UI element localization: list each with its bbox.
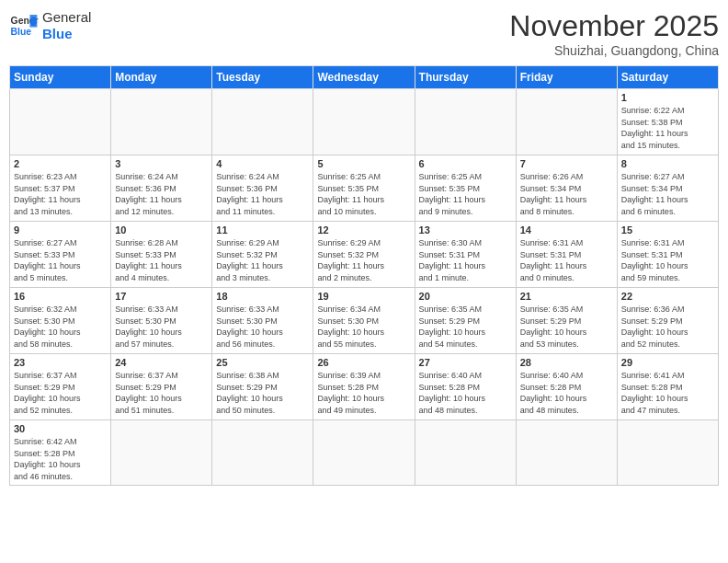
calendar-cell xyxy=(313,420,415,486)
day-number: 30 xyxy=(14,423,107,434)
calendar-header-row: Sunday Monday Tuesday Wednesday Thursday… xyxy=(10,66,719,89)
day-number: 26 xyxy=(317,357,410,368)
day-info: Sunrise: 6:22 AMSunset: 5:38 PMDaylight:… xyxy=(621,105,714,151)
logo-general: General xyxy=(42,9,91,26)
col-wednesday: Wednesday xyxy=(313,66,415,89)
day-info: Sunrise: 6:31 AMSunset: 5:31 PMDaylight:… xyxy=(621,237,714,283)
day-info: Sunrise: 6:35 AMSunset: 5:29 PMDaylight:… xyxy=(520,304,613,350)
calendar-cell xyxy=(111,89,212,155)
day-number: 24 xyxy=(115,357,208,368)
calendar-cell: 9Sunrise: 6:27 AMSunset: 5:33 PMDaylight… xyxy=(10,222,111,288)
day-info: Sunrise: 6:34 AMSunset: 5:30 PMDaylight:… xyxy=(317,304,410,350)
day-info: Sunrise: 6:40 AMSunset: 5:28 PMDaylight:… xyxy=(419,370,512,416)
day-number: 12 xyxy=(317,224,410,236)
calendar-cell: 2Sunrise: 6:23 AMSunset: 5:37 PMDaylight… xyxy=(10,155,111,222)
day-number: 25 xyxy=(216,357,309,368)
day-number: 7 xyxy=(520,158,613,169)
day-info: Sunrise: 6:25 AMSunset: 5:35 PMDaylight:… xyxy=(317,171,410,217)
day-number: 11 xyxy=(216,224,309,236)
calendar-cell: 12Sunrise: 6:29 AMSunset: 5:32 PMDayligh… xyxy=(313,222,415,288)
day-number: 1 xyxy=(621,92,714,103)
calendar-cell xyxy=(617,420,718,486)
day-number: 3 xyxy=(115,158,208,169)
calendar-week-row: 1Sunrise: 6:22 AMSunset: 5:38 PMDaylight… xyxy=(10,89,719,155)
month-title: November 2025 xyxy=(509,9,719,43)
day-info: Sunrise: 6:37 AMSunset: 5:29 PMDaylight:… xyxy=(14,370,107,416)
day-info: Sunrise: 6:29 AMSunset: 5:32 PMDaylight:… xyxy=(317,237,410,283)
day-info: Sunrise: 6:38 AMSunset: 5:29 PMDaylight:… xyxy=(216,370,309,416)
day-info: Sunrise: 6:27 AMSunset: 5:34 PMDaylight:… xyxy=(621,171,714,217)
calendar-cell xyxy=(212,89,313,155)
col-saturday: Saturday xyxy=(617,66,718,89)
calendar-cell: 20Sunrise: 6:35 AMSunset: 5:29 PMDayligh… xyxy=(415,288,516,354)
logo-icon: General Blue xyxy=(9,11,39,40)
calendar-cell xyxy=(415,89,516,155)
day-number: 10 xyxy=(115,224,208,236)
day-number: 9 xyxy=(14,224,107,236)
calendar-cell: 28Sunrise: 6:40 AMSunset: 5:28 PMDayligh… xyxy=(516,354,617,420)
calendar-week-row: 2Sunrise: 6:23 AMSunset: 5:37 PMDaylight… xyxy=(10,155,719,222)
day-number: 16 xyxy=(14,291,107,302)
day-info: Sunrise: 6:26 AMSunset: 5:34 PMDaylight:… xyxy=(520,171,613,217)
calendar-cell: 25Sunrise: 6:38 AMSunset: 5:29 PMDayligh… xyxy=(212,354,313,420)
page: General Blue General Blue November 2025 … xyxy=(0,0,728,563)
day-info: Sunrise: 6:41 AMSunset: 5:28 PMDaylight:… xyxy=(621,370,714,416)
title-block: November 2025 Shuizhai, Guangdong, China xyxy=(509,9,719,58)
calendar-cell xyxy=(516,89,617,155)
day-info: Sunrise: 6:40 AMSunset: 5:28 PMDaylight:… xyxy=(520,370,613,416)
calendar-cell: 17Sunrise: 6:33 AMSunset: 5:30 PMDayligh… xyxy=(111,288,212,354)
col-sunday: Sunday xyxy=(10,66,111,89)
day-number: 27 xyxy=(419,357,512,368)
calendar-cell: 7Sunrise: 6:26 AMSunset: 5:34 PMDaylight… xyxy=(516,155,617,222)
calendar-cell: 23Sunrise: 6:37 AMSunset: 5:29 PMDayligh… xyxy=(10,354,111,420)
day-info: Sunrise: 6:31 AMSunset: 5:31 PMDaylight:… xyxy=(520,237,613,283)
col-tuesday: Tuesday xyxy=(212,66,313,89)
calendar-cell: 4Sunrise: 6:24 AMSunset: 5:36 PMDaylight… xyxy=(212,155,313,222)
calendar-cell xyxy=(212,420,313,486)
day-number: 21 xyxy=(520,291,613,302)
day-info: Sunrise: 6:25 AMSunset: 5:35 PMDaylight:… xyxy=(419,171,512,217)
day-info: Sunrise: 6:35 AMSunset: 5:29 PMDaylight:… xyxy=(419,304,512,350)
day-info: Sunrise: 6:33 AMSunset: 5:30 PMDaylight:… xyxy=(115,304,208,350)
day-info: Sunrise: 6:24 AMSunset: 5:36 PMDaylight:… xyxy=(115,171,208,217)
day-number: 6 xyxy=(419,158,512,169)
calendar-cell xyxy=(516,420,617,486)
calendar-cell: 6Sunrise: 6:25 AMSunset: 5:35 PMDaylight… xyxy=(415,155,516,222)
day-number: 22 xyxy=(621,291,714,302)
calendar-cell: 18Sunrise: 6:33 AMSunset: 5:30 PMDayligh… xyxy=(212,288,313,354)
col-monday: Monday xyxy=(111,66,212,89)
calendar-week-row: 9Sunrise: 6:27 AMSunset: 5:33 PMDaylight… xyxy=(10,222,719,288)
calendar-cell: 1Sunrise: 6:22 AMSunset: 5:38 PMDaylight… xyxy=(617,89,718,155)
day-info: Sunrise: 6:29 AMSunset: 5:32 PMDaylight:… xyxy=(216,237,309,283)
location: Shuizhai, Guangdong, China xyxy=(509,43,719,58)
day-number: 29 xyxy=(621,357,714,368)
calendar-cell: 27Sunrise: 6:40 AMSunset: 5:28 PMDayligh… xyxy=(415,354,516,420)
calendar-cell xyxy=(10,89,111,155)
day-info: Sunrise: 6:23 AMSunset: 5:37 PMDaylight:… xyxy=(14,171,107,217)
calendar-cell: 19Sunrise: 6:34 AMSunset: 5:30 PMDayligh… xyxy=(313,288,415,354)
day-number: 28 xyxy=(520,357,613,368)
calendar-cell: 24Sunrise: 6:37 AMSunset: 5:29 PMDayligh… xyxy=(111,354,212,420)
calendar-cell: 3Sunrise: 6:24 AMSunset: 5:36 PMDaylight… xyxy=(111,155,212,222)
col-friday: Friday xyxy=(516,66,617,89)
calendar-cell: 13Sunrise: 6:30 AMSunset: 5:31 PMDayligh… xyxy=(415,222,516,288)
svg-text:Blue: Blue xyxy=(11,27,32,37)
day-info: Sunrise: 6:28 AMSunset: 5:33 PMDaylight:… xyxy=(115,237,208,283)
calendar-cell: 11Sunrise: 6:29 AMSunset: 5:32 PMDayligh… xyxy=(212,222,313,288)
calendar-cell: 26Sunrise: 6:39 AMSunset: 5:28 PMDayligh… xyxy=(313,354,415,420)
logo: General Blue General Blue xyxy=(9,9,91,42)
day-info: Sunrise: 6:32 AMSunset: 5:30 PMDaylight:… xyxy=(14,304,107,350)
day-info: Sunrise: 6:33 AMSunset: 5:30 PMDaylight:… xyxy=(216,304,309,350)
calendar-cell: 14Sunrise: 6:31 AMSunset: 5:31 PMDayligh… xyxy=(516,222,617,288)
calendar-cell xyxy=(111,420,212,486)
calendar-cell: 30Sunrise: 6:42 AMSunset: 5:28 PMDayligh… xyxy=(10,420,111,486)
calendar-cell: 16Sunrise: 6:32 AMSunset: 5:30 PMDayligh… xyxy=(10,288,111,354)
day-number: 14 xyxy=(520,224,613,236)
calendar-cell xyxy=(415,420,516,486)
calendar-cell: 21Sunrise: 6:35 AMSunset: 5:29 PMDayligh… xyxy=(516,288,617,354)
day-number: 4 xyxy=(216,158,309,169)
day-number: 2 xyxy=(14,158,107,169)
day-info: Sunrise: 6:37 AMSunset: 5:29 PMDaylight:… xyxy=(115,370,208,416)
header: General Blue General Blue November 2025 … xyxy=(9,9,719,58)
calendar-week-row: 23Sunrise: 6:37 AMSunset: 5:29 PMDayligh… xyxy=(10,354,719,420)
